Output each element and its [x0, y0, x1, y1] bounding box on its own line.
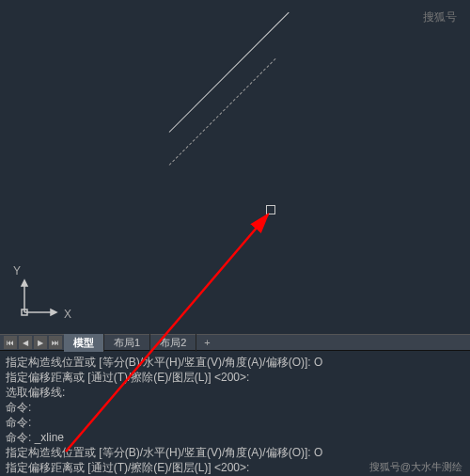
cursor-pickbox	[266, 205, 275, 214]
ucs-icon[interactable]	[17, 273, 64, 323]
cmd-history-line: 指定构造线位置或 [等分(B)/水平(H)/竖直(V)/角度(A)/偏移(O)]…	[6, 355, 464, 370]
drawing-canvas[interactable]: 搜狐号 Y X	[0, 0, 470, 334]
tab-layout2[interactable]: 布局2	[150, 334, 196, 352]
layout-tab-bar: ⏮ ◀ ▶ ⏭ 模型 布局1 布局2 +	[0, 334, 470, 351]
command-history[interactable]: 指定构造线位置或 [等分(B)/水平(H)/竖直(V)/角度(A)/偏移(O)]…	[0, 351, 470, 476]
svg-marker-3	[51, 309, 56, 315]
ucs-x-label: X	[64, 308, 71, 321]
tab-nav-next[interactable]: ▶	[34, 336, 47, 349]
watermark-bottom: 搜狐号@大水牛测绘	[369, 460, 462, 474]
tab-nav-prev[interactable]: ◀	[19, 336, 32, 349]
cmd-history-line: 命令:	[6, 415, 464, 430]
tab-model[interactable]: 模型	[64, 334, 104, 352]
watermark-top: 搜狐号	[423, 9, 457, 25]
tab-layout1[interactable]: 布局1	[104, 334, 150, 352]
tab-nav-last[interactable]: ⏭	[49, 336, 62, 349]
xline-object[interactable]	[169, 12, 290, 133]
cmd-history-line: 命令: _xline	[6, 430, 464, 445]
cmd-history-line: 指定偏移距离或 [通过(T)/擦除(E)/图层(L)] <200>:	[6, 370, 464, 385]
cmd-history-line: 选取偏移线:	[6, 385, 464, 400]
cmd-history-line: 命令:	[6, 400, 464, 415]
tab-nav-first[interactable]: ⏮	[4, 336, 17, 349]
tab-add-button[interactable]: +	[196, 335, 217, 350]
svg-marker-4	[22, 280, 27, 286]
xline-preview	[169, 58, 276, 166]
cmd-history-line: 指定构造线位置或 [等分(B)/水平(H)/竖直(V)/角度(A)/偏移(O)]…	[6, 445, 464, 460]
